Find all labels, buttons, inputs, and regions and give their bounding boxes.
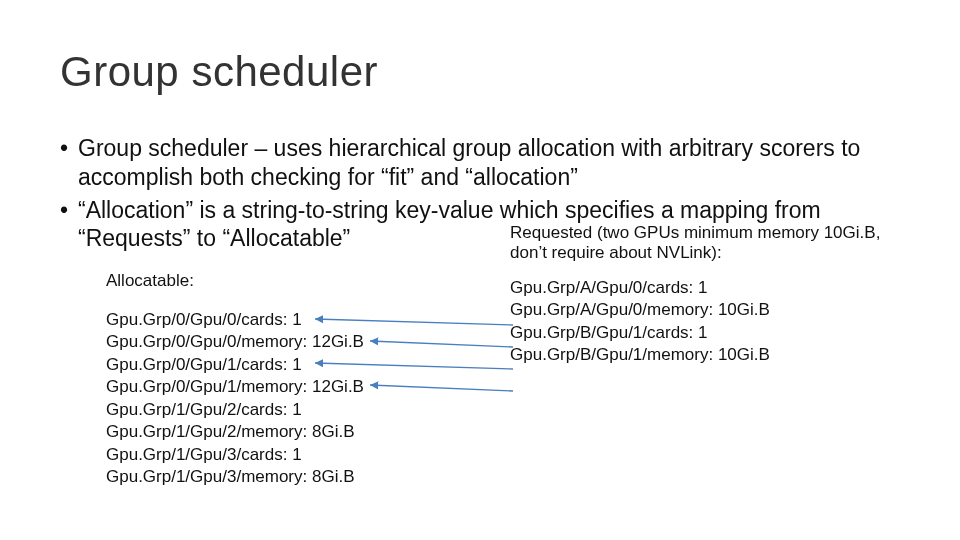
bullet-text: Group scheduler – uses hierarchical grou… xyxy=(78,134,900,192)
allocatable-heading: Allocatable: xyxy=(106,271,490,291)
list-item: Gpu.Grp/0/Gpu/1/cards: 1 xyxy=(106,354,490,376)
list-item: Gpu.Grp/A/Gpu/0/memory: 10Gi.B xyxy=(510,299,900,321)
columns: Allocatable: Gpu.Grp/0/Gpu/0/cards: 1 Gp… xyxy=(60,271,900,489)
list-item: Gpu.Grp/A/Gpu/0/cards: 1 xyxy=(510,277,900,299)
list-item: Gpu.Grp/1/Gpu/3/memory: 8Gi.B xyxy=(106,466,490,488)
slide: Group scheduler • Group scheduler – uses… xyxy=(0,0,960,540)
requested-heading: Requested (two GPUs minimum memory 10Gi.… xyxy=(510,223,900,263)
bullet-marker: • xyxy=(60,196,78,254)
list-item: Gpu.Grp/1/Gpu/3/cards: 1 xyxy=(106,444,490,466)
list-item: Gpu.Grp/0/Gpu/1/memory: 12Gi.B xyxy=(106,376,490,398)
requested-column: Requested (two GPUs minimum memory 10Gi.… xyxy=(490,223,900,489)
list-item: Gpu.Grp/0/Gpu/0/cards: 1 xyxy=(106,309,490,331)
list-item: Gpu.Grp/1/Gpu/2/cards: 1 xyxy=(106,399,490,421)
allocatable-column: Allocatable: Gpu.Grp/0/Gpu/0/cards: 1 Gp… xyxy=(60,271,490,489)
requested-list: Gpu.Grp/A/Gpu/0/cards: 1 Gpu.Grp/A/Gpu/0… xyxy=(510,277,900,367)
list-item: Gpu.Grp/B/Gpu/1/memory: 10Gi.B xyxy=(510,344,900,366)
bullet-item: • Group scheduler – uses hierarchical gr… xyxy=(60,134,900,192)
list-item: Gpu.Grp/0/Gpu/0/memory: 12Gi.B xyxy=(106,331,490,353)
bullet-marker: • xyxy=(60,134,78,192)
allocatable-list: Gpu.Grp/0/Gpu/0/cards: 1 Gpu.Grp/0/Gpu/0… xyxy=(106,309,490,489)
list-item: Gpu.Grp/1/Gpu/2/memory: 8Gi.B xyxy=(106,421,490,443)
slide-title: Group scheduler xyxy=(60,48,900,96)
list-item: Gpu.Grp/B/Gpu/1/cards: 1 xyxy=(510,322,900,344)
